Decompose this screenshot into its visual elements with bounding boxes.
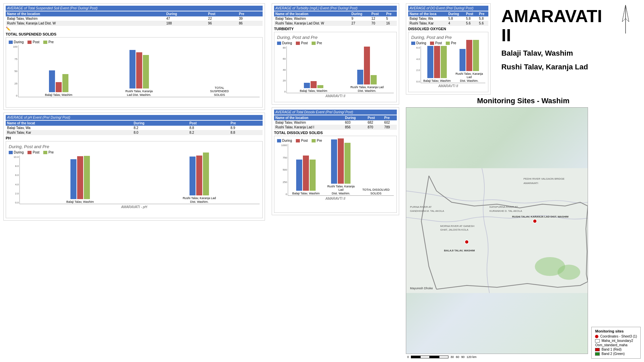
top-right-row: AVERAGE of DO Event (Pre/ During/ Post) …: [406, 3, 641, 95]
legend-band1-box: [595, 348, 600, 351]
turb-chart-area: 806040200 Balaji Talav, Washim: [277, 46, 394, 93]
table-row: Rushi Talav, Karanja Lad I 856 870 789: [274, 125, 397, 130]
turb-post-box: [296, 42, 300, 45]
ph-bar-chart: During, Post and Pre During Post Pre: [6, 141, 263, 218]
tds-pre-balaji: [310, 160, 316, 191]
ph-bars-balaji: [70, 156, 90, 199]
turb-r1-c1: 9: [350, 16, 370, 21]
do-r1-c0: Balaji Talav, Wa: [408, 16, 447, 21]
tds-r2-c0: Rushi Talav, Karanja Lad I: [274, 125, 343, 130]
svg-text:KATEPURNA RIVER AT: KATEPURNA RIVER AT: [489, 205, 518, 208]
tss-bars-rushi: [129, 50, 149, 88]
middle-panel: AVERAGE of Turbidity (mg/L) Event (Pre/ …: [268, 0, 402, 362]
ph-legend-pre: Pre: [43, 150, 54, 154]
turbidity-table: Name of the location During Post Pre Bal…: [274, 11, 397, 26]
turb-legend-post: Post: [296, 41, 308, 45]
legend-row-coordinates: Coordinates - Sheet3 (1): [595, 335, 637, 338]
tss-group-balaji: Balaji Talav, Washim: [20, 70, 98, 97]
main-title: AMARAVATI II: [501, 7, 603, 45]
scale-90: 90: [461, 355, 465, 359]
scale-0: 0: [407, 355, 409, 359]
turb-bars: Balaji Talav, Washim Rushi Talav, Karanj…: [286, 46, 394, 93]
ph-col-0: Name of the locat: [6, 121, 132, 126]
table-row: Balaji Talav, Washim 603 682 602: [274, 120, 397, 125]
do-bars-balaji: [427, 46, 447, 78]
turb-group-rushi: Rushi Talav, Karanja LadDist. Washim.: [343, 47, 391, 93]
scale-segments: [411, 356, 448, 358]
turb-pre-lbl: Pre: [317, 41, 322, 45]
turb-post-balaji: [311, 81, 317, 88]
tss-col-2: Post: [207, 11, 237, 16]
svg-text:RUSHI TALAV, KARANJA LAD DIST.: RUSHI TALAV, KARANJA LAD DIST. WASHIM: [512, 215, 569, 218]
turb-during-rushi: [357, 70, 363, 84]
do-r1-c2: 5.8: [465, 16, 478, 21]
turb-group-balaji: Balaji Talav, Washim: [289, 81, 338, 93]
ph-during-box: [9, 151, 13, 154]
turb-r1-c3: 5: [385, 16, 397, 21]
tss-label-balaji: Balaji Talav, Washim: [45, 93, 72, 97]
turb-bars-rushi: [357, 47, 377, 84]
tss-legend: During Post Pre: [9, 40, 260, 44]
turb-label-rushi: Rushi Talav, Karanja LadDist. Washim.: [351, 85, 384, 93]
tss-post-rushi: [136, 52, 142, 88]
during-legend-box: [9, 41, 13, 44]
ph-label-balaji: Balaji Talav, Washim: [66, 200, 94, 204]
map-area: BALAJI TALAV, WASHIM RUSHI TALAV, KARANJ…: [406, 107, 588, 354]
svg-point-5: [557, 265, 580, 280]
tds-bars-balaji: [296, 156, 316, 191]
post-label: Post: [33, 40, 39, 44]
tds-pre-lbl: Pre: [317, 139, 322, 142]
tss-bar-chart: During Post Pre 1007550250: [6, 37, 263, 108]
tds-pre-rushi: [344, 143, 351, 184]
do-pre-box: [446, 42, 450, 45]
svg-text:PURNA RIVER AT: PURNA RIVER AT: [410, 205, 432, 208]
north-arrow-container: [614, 3, 641, 95]
tds-legend-during: During: [277, 139, 292, 142]
main-layout: AVERAGE of Total Suspended Soli Event (P…: [0, 0, 644, 362]
do-group-balaji: Balaji Talav, Washim: [423, 46, 451, 83]
legend-dot: [595, 335, 598, 338]
tds-during-rushi: [331, 139, 337, 184]
scale-seg-3: [430, 356, 439, 358]
tds-bars: Balaji Talav, Washim Rushi Talav, Karanj…: [288, 144, 394, 196]
tds-r1-c3: 602: [383, 120, 397, 125]
table-row: Balaji Talav, Washim 9 12 5: [274, 16, 397, 21]
turb-bars-balaji: [304, 81, 323, 88]
scale-bar: 0 30 60 90 120 km: [406, 355, 588, 359]
ph-pre-box: [43, 151, 47, 154]
legend-pre: Pre: [43, 40, 54, 44]
ph-group-balaji: Balaji Talav, Washim: [22, 156, 138, 204]
tds-bars-rushi: [331, 138, 351, 184]
during-label: During: [14, 40, 23, 44]
tds-label-balaji: Balaji Talav, Washim: [292, 192, 320, 195]
do-section: AVERAGE of DO Event (Pre/ During/ Post) …: [406, 3, 491, 95]
do-during-balaji: [427, 46, 433, 78]
tss-r2-c0: Rushi Talav, Karanja Lad Dist. W: [6, 21, 165, 26]
ph-during-rushi: [190, 157, 196, 195]
ph-post-balaji: [77, 156, 83, 199]
ph-r2-c1: 8.0: [132, 130, 188, 135]
table-row: Rushi Talav, Kar 8.0 8.2 8.8: [6, 130, 263, 135]
legend-label-band2: Band 2 (Green): [601, 352, 625, 356]
pre-label: Pre: [48, 40, 54, 44]
do-pre-rushi: [473, 40, 479, 71]
tss-r1-c1: 47: [165, 16, 207, 21]
tss-pre-balaji: [62, 74, 68, 92]
edit-icon[interactable]: ✏️: [6, 26, 11, 31]
tss-col-0: Name of the location: [6, 11, 165, 16]
legend-row-boundary: Maha_int_boundary2: [595, 339, 637, 343]
map-placeholder: BALAJI TALAV, WASHIM RUSHI TALAV, KARANJ…: [406, 108, 588, 354]
scale-seg-1: [411, 356, 420, 358]
ph-legend-during: During: [9, 150, 23, 154]
tss-y-axis: 1007550250: [9, 45, 18, 97]
turb-r2-c0: Rushi Talav, Karanja Lad Dist. W: [274, 21, 350, 26]
legend-post: Post: [28, 40, 39, 44]
tss-during-balaji: [49, 70, 55, 92]
pre-legend-box: [43, 41, 47, 44]
turb-r2-c1: 27: [350, 21, 370, 26]
ph-r2-c0: Rushi Talav, Kar: [6, 130, 132, 135]
tds-post-rushi: [338, 138, 344, 184]
do-legend-post: Post: [430, 41, 442, 45]
ph-table: Name of the locat During Post Pre Balaji…: [6, 121, 263, 135]
tss-pre-rushi: [143, 55, 149, 88]
